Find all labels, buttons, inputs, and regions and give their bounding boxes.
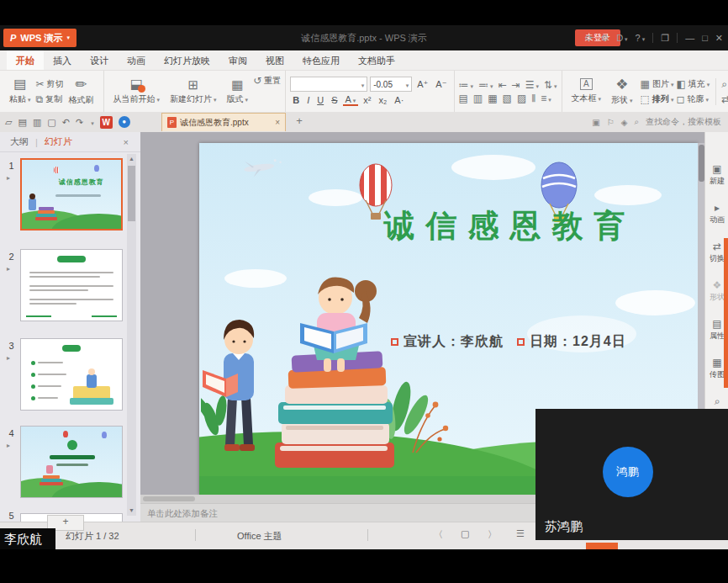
sidebar-item-animation[interactable]: ▸ 动画 bbox=[705, 203, 728, 225]
superscript-button[interactable]: x² bbox=[361, 95, 373, 105]
tab-slides[interactable]: 幻灯片 bbox=[45, 135, 72, 148]
date-text: 日期：12月4日 bbox=[530, 333, 626, 351]
tab-special-features[interactable]: 特色应用 bbox=[293, 50, 349, 70]
skin-icon[interactable]: D bbox=[616, 33, 627, 43]
play-from-current-button[interactable]: ⬓ 从当前开始 bbox=[108, 77, 166, 105]
wps-writer-icon[interactable]: W bbox=[100, 116, 113, 129]
print-icon[interactable]: ▥ bbox=[33, 117, 41, 128]
tab-insert[interactable]: 插入 bbox=[44, 50, 81, 70]
command-search-input[interactable]: 查找命令，搜索模板 bbox=[646, 116, 721, 128]
text-box-button[interactable]: A 文本框 bbox=[567, 78, 607, 104]
theme-name[interactable]: Office 主题 bbox=[237, 530, 282, 543]
arrange-button[interactable]: 排列 bbox=[652, 93, 674, 105]
subscript-button[interactable]: x₂ bbox=[377, 95, 390, 105]
open-folder-icon[interactable]: ▱ bbox=[5, 117, 12, 128]
font-size-select[interactable]: -0.05 bbox=[370, 77, 412, 92]
slide-title[interactable]: 诚信感恩教育 bbox=[325, 205, 694, 247]
more-paragraph-icon[interactable]: ≡ bbox=[541, 93, 551, 103]
decrease-indent-icon[interactable]: ⇤ bbox=[499, 80, 507, 90]
scrollbar-thumb[interactable] bbox=[128, 166, 135, 221]
scroll-down-icon[interactable]: ▼ bbox=[127, 506, 136, 516]
save-icon[interactable]: ▤ bbox=[18, 117, 26, 128]
underline-button[interactable]: U bbox=[314, 95, 326, 105]
document-tab-active[interactable]: P 诚信感恩教育.pptx × bbox=[161, 113, 286, 131]
thumbnail-scrollbar[interactable]: ▲ ▼ bbox=[127, 154, 136, 516]
text-direction-icon[interactable]: ⇅ bbox=[544, 80, 557, 90]
next-slide-icon[interactable]: 〉 bbox=[488, 528, 497, 541]
panel-icon[interactable]: ▣ bbox=[592, 118, 599, 127]
print-preview-icon[interactable]: ▢ bbox=[47, 117, 55, 128]
slide-subtitle[interactable]: 宣讲人：李欣航 日期：12月4日 bbox=[391, 333, 626, 351]
bold-button[interactable]: B bbox=[290, 95, 302, 105]
tab-view[interactable]: 视图 bbox=[256, 50, 293, 70]
layout-button[interactable]: ▦ 版式 bbox=[222, 78, 254, 105]
increase-font-button[interactable]: A⁺ bbox=[414, 79, 430, 90]
qat-dropdown-icon[interactable] bbox=[89, 117, 94, 127]
outline-button[interactable]: 轮廓 bbox=[687, 93, 709, 105]
align-left-icon[interactable]: ▤ bbox=[459, 93, 468, 103]
sync-icon[interactable]: ⟳ bbox=[585, 33, 593, 44]
tab-review[interactable]: 审阅 bbox=[219, 50, 256, 70]
maximize-button[interactable]: □ bbox=[702, 33, 708, 43]
shapes-button[interactable]: ❖ 形状 bbox=[606, 77, 638, 106]
line-spacing-icon[interactable]: ☰ bbox=[525, 80, 539, 90]
minimize-button[interactable]: — bbox=[685, 33, 694, 43]
bell-icon[interactable]: ⚐ bbox=[607, 118, 615, 127]
format-painter-button[interactable]: ✏ 格式刷 bbox=[64, 77, 99, 106]
play-box-icon[interactable]: ▢ bbox=[461, 528, 469, 539]
strikethrough-button[interactable]: S bbox=[329, 95, 340, 105]
redo-icon[interactable]: ↷ bbox=[76, 117, 83, 128]
red-square-bullet-icon bbox=[517, 338, 525, 346]
help-icon[interactable]: ? bbox=[636, 33, 646, 43]
slide-thumbnail-2[interactable] bbox=[20, 249, 123, 321]
picture-button[interactable]: 图片 bbox=[652, 78, 674, 90]
bullets-icon[interactable]: ≔ bbox=[459, 80, 474, 90]
copy-button[interactable]: ⧉ 复制 bbox=[36, 93, 64, 105]
tab-animation[interactable]: 动画 bbox=[118, 50, 155, 70]
reset-button[interactable]: ↺ 重置 bbox=[253, 75, 281, 87]
prev-slide-icon[interactable]: 〈 bbox=[434, 528, 443, 541]
docer-icon[interactable]: ● bbox=[119, 116, 130, 128]
close-tab-icon[interactable]: × bbox=[275, 118, 280, 127]
text-effect-button[interactable]: A· bbox=[392, 95, 406, 105]
font-name-select[interactable] bbox=[290, 77, 367, 92]
properties-icon: ▤ bbox=[712, 319, 721, 329]
italic-button[interactable]: I bbox=[304, 95, 312, 105]
scroll-up-icon[interactable]: ▲ bbox=[127, 154, 136, 164]
fill-button[interactable]: 填充 bbox=[688, 78, 710, 90]
scrollbar-thumb[interactable] bbox=[143, 496, 195, 501]
new-document-tab-button[interactable]: + bbox=[293, 114, 306, 128]
slideshow-button-fragment[interactable] bbox=[586, 543, 618, 549]
restore-ribbon-icon[interactable]: ❐ bbox=[661, 33, 669, 44]
justify-icon[interactable]: ▧ bbox=[503, 93, 512, 103]
scrollbar-thumb[interactable] bbox=[699, 145, 704, 182]
distribute-icon[interactable]: ▨ bbox=[517, 93, 526, 103]
tab-home[interactable]: 开始 bbox=[7, 50, 44, 70]
numbering-icon[interactable]: ≕ bbox=[478, 80, 493, 90]
settings-gear-icon[interactable]: ⚙ bbox=[600, 33, 609, 44]
tab-slideshow[interactable]: 幻灯片放映 bbox=[155, 50, 219, 70]
align-right-icon[interactable]: ▦ bbox=[488, 93, 497, 103]
tab-doc-assistant[interactable]: 文档助手 bbox=[349, 50, 404, 70]
slide-thumbnail-4[interactable] bbox=[20, 426, 123, 498]
tab-bar-right-icons: ▣ ⚐ ◈ ⌕ 查找命令，搜索模板 bbox=[592, 112, 721, 132]
tab-design[interactable]: 设计 bbox=[81, 50, 118, 70]
slide-thumbnail-3[interactable] bbox=[20, 338, 123, 411]
font-color-button[interactable]: A bbox=[343, 94, 359, 106]
columns-icon[interactable]: ⫴ bbox=[531, 93, 535, 103]
cut-button[interactable]: ✂ 剪切 bbox=[36, 78, 64, 90]
close-button[interactable]: ✕ bbox=[715, 33, 723, 44]
align-center-icon[interactable]: ▥ bbox=[473, 93, 483, 103]
slide-thumbnail-1[interactable]: 诚信感恩教育 bbox=[20, 158, 123, 231]
sidebar-item-new[interactable]: ▣ 新建 bbox=[705, 164, 728, 187]
increase-indent-icon[interactable]: ⇥ bbox=[512, 80, 520, 90]
paste-button[interactable]: ▤ 粘贴 bbox=[4, 77, 36, 105]
assistant-icon[interactable]: ◈ bbox=[621, 118, 628, 127]
wps-logo-button[interactable]: P WPS 演示 ▾ bbox=[3, 29, 76, 47]
tab-outline[interactable]: 大纲 bbox=[10, 135, 29, 148]
decrease-font-button[interactable]: A⁻ bbox=[433, 79, 449, 90]
undo-icon[interactable]: ↶ bbox=[62, 117, 70, 128]
new-slide-button[interactable]: ⊞ 新建幻灯片 bbox=[165, 78, 222, 105]
close-panel-icon[interactable]: × bbox=[124, 137, 129, 147]
normal-view-icon[interactable]: ☰ bbox=[516, 528, 525, 539]
